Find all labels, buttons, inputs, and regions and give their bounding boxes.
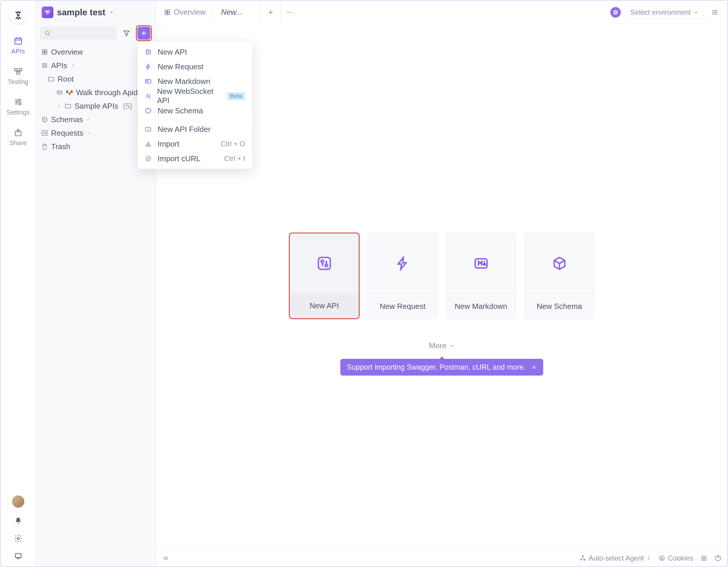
svg-rect-17 xyxy=(45,52,47,54)
import-icon xyxy=(145,140,152,147)
rail-settings-label: Settings xyxy=(6,109,30,116)
svg-point-40 xyxy=(660,556,664,561)
card-new-schema-label: New Schema xyxy=(537,302,582,311)
menu-new-markdown[interactable]: New Markdown xyxy=(138,74,252,89)
feedback-icon[interactable] xyxy=(14,552,23,561)
card-new-markdown[interactable]: New Markdown xyxy=(446,233,516,319)
tree-walk-label: Walk through Apidog xyxy=(76,88,146,97)
tree-overview-label: Overview xyxy=(51,48,83,57)
tab-more-button[interactable] xyxy=(281,1,299,24)
rail-share[interactable]: Share xyxy=(9,127,27,147)
filter-button[interactable] xyxy=(120,27,133,40)
add-button[interactable] xyxy=(137,27,150,40)
menu-import-curl-label: Import cURL xyxy=(158,154,200,163)
menu-new-api[interactable]: New API xyxy=(138,45,252,59)
menu-new-request[interactable]: New Request xyxy=(138,59,252,74)
svg-point-45 xyxy=(703,557,705,559)
svg-point-41 xyxy=(661,557,661,558)
search-icon xyxy=(44,30,51,37)
share-icon xyxy=(13,127,23,137)
project-header[interactable]: sample test xyxy=(36,1,156,24)
card-row: New API New Request New Markdown New Sch… xyxy=(289,233,595,319)
gear-icon[interactable] xyxy=(14,534,23,543)
beta-badge: Beta xyxy=(227,92,245,100)
menu-divider xyxy=(138,120,252,120)
card-new-schema[interactable]: New Schema xyxy=(524,233,595,319)
tab-overview[interactable]: Overview xyxy=(156,1,213,24)
toast-close[interactable] xyxy=(532,365,537,370)
api-box-icon xyxy=(41,62,48,69)
svg-rect-10 xyxy=(15,553,21,558)
collapse-button[interactable] xyxy=(162,554,170,562)
tree-sample-label: Sample APIs xyxy=(75,102,118,111)
close-icon xyxy=(532,365,537,370)
menu-import[interactable]: Import Ctrl + O xyxy=(138,137,252,151)
footer: Auto-select Agent Cookies xyxy=(156,549,727,566)
logo-icon xyxy=(13,10,23,20)
tree-apis-label: APIs xyxy=(51,61,67,70)
menu-import-label: Import xyxy=(158,139,179,149)
card-new-markdown-label: New Markdown xyxy=(455,302,507,311)
svg-rect-44 xyxy=(702,556,706,560)
rail-share-label: Share xyxy=(9,139,27,147)
card-new-api-label: New API xyxy=(310,301,339,310)
menu-new-api-label: New API xyxy=(158,48,187,57)
svg-rect-14 xyxy=(42,50,44,52)
rail-settings[interactable]: Settings xyxy=(6,97,30,116)
chevron-down-icon xyxy=(694,10,699,15)
schema-icon xyxy=(145,107,152,114)
agent-selector[interactable]: Auto-select Agent xyxy=(579,554,651,562)
import-curl-icon xyxy=(145,155,152,162)
app-logo[interactable] xyxy=(9,6,27,24)
menu-new-folder[interactable]: New API Folder xyxy=(138,122,252,137)
svg-rect-18 xyxy=(43,63,47,68)
card-new-request[interactable]: New Request xyxy=(367,233,438,319)
lightning-icon xyxy=(395,255,411,271)
vault-icon xyxy=(700,555,707,562)
menu-import-curl[interactable]: Import cURL Ctrl + I xyxy=(138,151,252,166)
rail-apis-label: APIs xyxy=(11,48,25,55)
svg-point-34 xyxy=(321,260,323,263)
tree-requests-label: Requests xyxy=(51,129,83,138)
chevron-right-icon xyxy=(56,104,62,108)
svg-rect-23 xyxy=(165,13,167,15)
markdown-icon xyxy=(473,255,489,271)
vault-button[interactable] xyxy=(700,555,707,562)
menu-new-schema[interactable]: New Schema xyxy=(138,103,252,118)
card-new-api[interactable]: New API xyxy=(289,233,360,319)
menu-button[interactable] xyxy=(709,6,721,18)
menu-new-markdown-label: New Markdown xyxy=(158,77,210,86)
svg-rect-4 xyxy=(17,72,20,74)
env-select[interactable]: Select environment xyxy=(626,6,704,19)
rail-testing[interactable]: Testing xyxy=(8,66,28,86)
help-button[interactable] xyxy=(714,555,722,562)
svg-point-27 xyxy=(291,12,292,13)
env-indicator[interactable] xyxy=(610,7,621,18)
dog-emoji-icon: 🐶 xyxy=(66,89,73,96)
add-button-highlight xyxy=(136,25,152,41)
apis-icon xyxy=(13,36,23,46)
cookies-button[interactable]: Cookies xyxy=(658,554,693,562)
svg-point-43 xyxy=(661,559,662,559)
tab-new-label: New... xyxy=(221,8,242,17)
bell-icon[interactable] xyxy=(14,516,23,525)
more-link[interactable]: More xyxy=(429,341,454,350)
top-bar: Overview New... Select environment xyxy=(156,1,727,24)
markdown-icon xyxy=(145,78,152,85)
plus-icon xyxy=(140,30,147,37)
svg-point-35 xyxy=(325,264,328,267)
rail-apis[interactable]: APIs xyxy=(11,36,25,55)
tab-new[interactable]: New... xyxy=(213,1,260,24)
user-avatar[interactable] xyxy=(12,495,24,508)
menu-new-websocket-label: New WebSocket API xyxy=(157,87,222,105)
search-input[interactable] xyxy=(40,27,117,40)
cookies-label: Cookies xyxy=(668,554,693,562)
tab-add-button[interactable] xyxy=(260,1,281,24)
menu-new-request-label: New Request xyxy=(158,62,203,71)
svg-point-37 xyxy=(582,556,583,557)
websocket-icon xyxy=(145,92,152,100)
menu-new-websocket[interactable]: New WebSocket API Beta xyxy=(138,89,252,103)
help-icon xyxy=(714,555,722,562)
cube-icon xyxy=(552,255,567,271)
svg-point-25 xyxy=(287,12,289,13)
